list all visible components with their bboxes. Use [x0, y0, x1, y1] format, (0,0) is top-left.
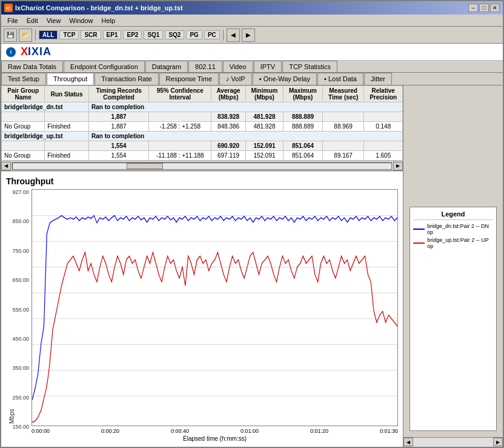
summary-max-2: 851.064	[284, 141, 323, 151]
logo-ixia: IXIA	[28, 45, 51, 58]
tag-ep1[interactable]: EP1	[103, 30, 122, 39]
summary-avg-2: 690.920	[211, 141, 246, 151]
x-label-80: 0:01:20	[310, 428, 328, 434]
tag-ep2[interactable]: EP2	[123, 30, 142, 39]
menu-bar: File Edit View Window Help	[1, 15, 503, 27]
toolbar-open-btn[interactable]: 📂	[19, 28, 32, 42]
toolbar-sep-2	[223, 30, 224, 41]
scroll-right-btn[interactable]: ▶	[393, 162, 403, 170]
scroll-thumb[interactable]	[127, 163, 163, 169]
x-label-60: 0:01:00	[240, 428, 259, 434]
detail-max-1: 888.889	[284, 122, 323, 132]
menu-help[interactable]: Help	[98, 16, 119, 25]
menu-window[interactable]: Window	[65, 16, 96, 25]
title-bar: IC IxChariot Comparison - bridge_dn.tst …	[1, 1, 503, 15]
summary-ci-2	[149, 141, 211, 151]
legend-line-red	[413, 242, 425, 244]
y-axis-label: Mbps	[7, 189, 16, 424]
chart-right: 0:00:00 0:00:20 0:00:40 0:01:00 0:01:20 …	[31, 189, 398, 442]
summary-time-1	[322, 112, 364, 122]
legend-item-red: bridge_up.tst:Pair 2 -- UP op	[413, 237, 493, 249]
tab-throughput[interactable]: Throughput	[47, 73, 94, 85]
tab-video[interactable]: Video	[223, 61, 253, 72]
toolbar-save-btn[interactable]: 💾	[4, 28, 17, 42]
left-panel: Pair GroupName Run Status Timing Records…	[1, 85, 403, 447]
table-row: 1,887 838.928 481.928 888.889	[2, 112, 403, 122]
table-row: bridge\bridge_dn.tst Ran to completion	[2, 102, 403, 112]
main-window: IC IxChariot Comparison - bridge_dn.tst …	[0, 0, 504, 448]
summary-label-2	[2, 141, 45, 151]
x-label-90: 0:01:30	[380, 428, 398, 434]
right-panel: Legend bridge_dn.tst:Pair 2 -- DN op bri…	[403, 85, 503, 447]
summary-rp-1	[364, 112, 403, 122]
detail-max-2: 851.064	[284, 151, 323, 161]
minimize-button[interactable]: –	[468, 4, 478, 12]
title-bar-left: IC IxChariot Comparison - bridge_dn.tst …	[4, 4, 183, 12]
close-button[interactable]: ✕	[490, 4, 500, 12]
detail-ci-1: -1.258 : +1.258	[149, 122, 211, 132]
legend-spacer	[406, 89, 500, 204]
run-status-1: Ran to completion	[88, 102, 402, 112]
tag-sq1[interactable]: SQ1	[144, 30, 163, 39]
scroll-track2[interactable]	[413, 438, 493, 447]
summary-max-1: 888.889	[284, 112, 323, 122]
th-pair-group-name: Pair GroupName	[2, 86, 45, 102]
chart-container: Throughput 927.00 850.00 750.00 650.00 5…	[1, 171, 403, 447]
tag-pc[interactable]: PC	[204, 30, 220, 39]
title-controls: – □ ✕	[468, 4, 500, 12]
tab-lost-data[interactable]: • Lost Data	[317, 73, 363, 85]
tab-voip[interactable]: ♪ VoIP	[219, 73, 252, 85]
summary-min-2: 152.091	[245, 141, 283, 151]
summary-avg-1: 838.928	[211, 112, 246, 122]
app-icon: IC	[4, 4, 13, 12]
tab-tcp-statistics[interactable]: TCP Statistics	[282, 61, 337, 72]
th-run-status: Run Status	[45, 86, 89, 102]
tab-raw-data-totals[interactable]: Raw Data Totals	[1, 61, 63, 72]
tab-jitter[interactable]: Jitter	[364, 73, 392, 85]
tab-response-time[interactable]: Response Time	[159, 73, 219, 85]
summary-time-2	[322, 141, 364, 151]
toolbar-sep-1	[35, 30, 36, 41]
scroll-track[interactable]	[12, 162, 392, 170]
maximize-button[interactable]: □	[479, 4, 489, 12]
x-axis-label: Elapsed time (h:mm:ss)	[31, 435, 398, 442]
menu-file[interactable]: File	[4, 16, 22, 25]
tab-endpoint-config[interactable]: Endpoint Configuration	[64, 61, 145, 72]
detail-status-1: Finished	[45, 122, 89, 132]
data-table: Pair GroupName Run Status Timing Records…	[1, 85, 403, 161]
window-title: IxChariot Comparison - bridge_dn.tst + b…	[15, 4, 183, 12]
tag-sq2[interactable]: SQ2	[165, 30, 184, 39]
right-bottom-scroll[interactable]: ◀ ▶	[403, 437, 503, 447]
tab-test-setup[interactable]: Test Setup	[1, 73, 46, 85]
tag-scr[interactable]: SCR	[81, 30, 101, 39]
scroll-left-btn[interactable]: ◀	[1, 162, 11, 170]
toolbar-btn-extra2[interactable]: ▶	[242, 28, 255, 42]
table-row: No Group Finished 1,887 -1.258 : +1.258 …	[2, 122, 403, 132]
x-label-20: 0:00:20	[101, 428, 119, 434]
table-hscroll[interactable]: ◀ ▶	[1, 161, 403, 171]
chart-area: 927.00 850.00 750.00 650.00 550.00 450.0…	[6, 189, 398, 442]
tab-one-way-delay[interactable]: • One-Way Delay	[253, 73, 317, 85]
menu-view[interactable]: View	[43, 16, 65, 25]
tab-80211[interactable]: 802.11	[188, 61, 222, 72]
table-row: No Group Finished 1,554 -11.188 : +11.18…	[2, 151, 403, 161]
x-axis: 0:00:00 0:00:20 0:00:40 0:01:00 0:01:20 …	[31, 426, 398, 434]
tab-transaction-rate[interactable]: Transaction Rate	[94, 73, 158, 85]
tab-row-2: Test Setup Throughput Transaction Rate R…	[1, 73, 503, 85]
legend-item-blue: bridge_dn.tst:Pair 2 -- DN op	[413, 223, 493, 235]
th-timing-records: Timing RecordsCompleted	[88, 86, 148, 102]
scroll-left-btn2[interactable]: ◀	[403, 438, 413, 446]
file-name-2: bridge\bridge_up.tst	[2, 132, 89, 141]
detail-group-2: No Group	[2, 151, 45, 161]
summary-records-2: 1,554	[88, 141, 148, 151]
tag-tcp[interactable]: TCP	[59, 30, 79, 39]
menu-edit[interactable]: Edit	[23, 16, 42, 25]
tab-iptv[interactable]: IPTV	[254, 61, 282, 72]
scroll-right-btn2[interactable]: ▶	[493, 438, 503, 446]
th-minimum: Minimum(Mbps)	[245, 86, 283, 102]
summary-status-1	[45, 112, 89, 122]
tag-pg[interactable]: PG	[186, 30, 202, 39]
tab-datagram[interactable]: Datagram	[145, 61, 188, 72]
tag-all[interactable]: ALL	[39, 30, 58, 39]
toolbar-btn-extra1[interactable]: ◀	[227, 28, 240, 42]
